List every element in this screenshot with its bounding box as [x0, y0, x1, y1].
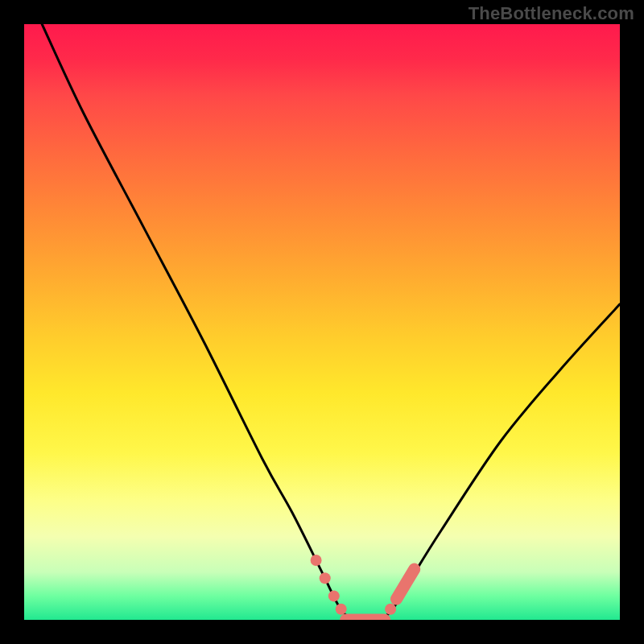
marker-dot — [320, 572, 331, 584]
marker-pill — [397, 569, 415, 599]
chart-svg — [24, 24, 620, 620]
marker-dot — [336, 604, 347, 615]
marker-dot — [328, 590, 340, 601]
watermark-text: TheBottleneck.com — [469, 3, 634, 24]
marker-layer — [311, 555, 415, 620]
curve-layer — [42, 24, 620, 620]
marker-dot — [311, 555, 322, 566]
marker-dot — [385, 604, 396, 615]
series-left-branch — [42, 24, 352, 620]
chart-frame: TheBottleneck.com — [0, 0, 644, 644]
